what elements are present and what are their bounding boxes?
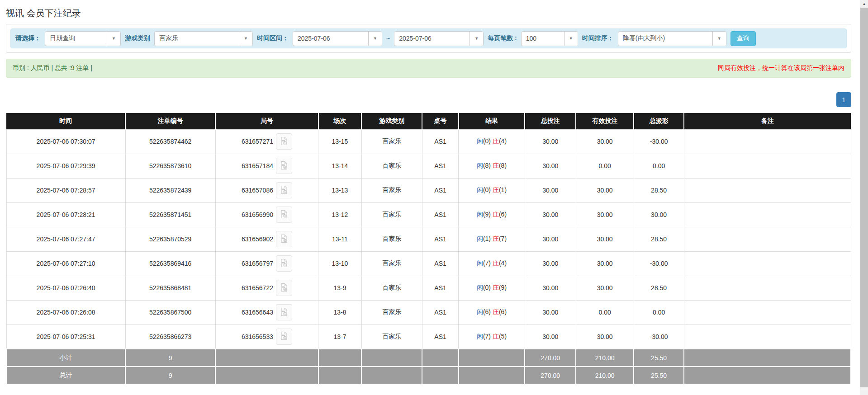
video-replay-button[interactable] xyxy=(276,280,292,296)
round-number: 631656722 xyxy=(242,284,273,292)
player-count: (8) xyxy=(483,162,491,169)
cell-remark xyxy=(684,300,851,324)
cell-total-bet[interactable]: 30.00 xyxy=(525,154,576,178)
date-to-select[interactable]: 2025-07-06 ▼ xyxy=(394,31,484,46)
column-header: 场次 xyxy=(318,113,361,129)
player-count: (0) xyxy=(483,186,491,193)
cell-total-bet[interactable]: 30.00 xyxy=(525,324,576,349)
banker-result: 庄 xyxy=(493,162,499,169)
player-count: (1) xyxy=(483,235,491,242)
player-count: (7) xyxy=(483,259,491,267)
cell-bet-id: 522635874462 xyxy=(125,129,215,154)
video-replay-button[interactable] xyxy=(276,207,292,223)
table-header-row: 时间注单编号局号场次游戏类别桌号结果总投注有效投注总派彩备注 xyxy=(6,113,851,129)
column-header: 桌号 xyxy=(422,113,458,129)
cell-bet-id: 522635866273 xyxy=(125,324,215,349)
date-from-select[interactable]: 2025-07-06 ▼ xyxy=(293,31,382,46)
cell-game-type: 百家乐 xyxy=(361,178,422,202)
per-page-label: 每页笔数 : xyxy=(488,34,517,42)
video-replay-button[interactable] xyxy=(276,329,292,345)
table-row: 2025-07-06 07:26:40 522635868481 6316567… xyxy=(6,276,851,300)
time-sort-label: 时间排序： xyxy=(582,34,614,42)
scrollbar-thumb[interactable] xyxy=(860,8,868,387)
table-row: 2025-07-06 07:28:57 522635872439 6316570… xyxy=(6,178,851,202)
cell-bet-id: 522635872439 xyxy=(125,178,215,202)
cell-bet-id: 522635871451 xyxy=(125,202,215,227)
cell-total-bet[interactable]: 30.00 xyxy=(525,276,576,300)
column-header: 时间 xyxy=(6,113,125,129)
summary-total-bet: 270.00 xyxy=(525,367,576,384)
chevron-down-icon: ▼ xyxy=(368,32,382,46)
cell-valid-bet: 30.00 xyxy=(576,227,634,251)
video-file-icon xyxy=(280,161,289,171)
cell-time: 2025-07-06 07:28:21 xyxy=(6,202,125,227)
time-sort-value: 降幂(由大到小) xyxy=(618,32,712,46)
video-replay-button[interactable] xyxy=(276,231,292,247)
player-count: (0) xyxy=(483,137,491,145)
cell-session: 13-11 xyxy=(318,227,361,251)
game-type-select[interactable]: 百家乐 ▼ xyxy=(154,31,253,46)
summary-label: 总计 xyxy=(6,367,125,384)
banker-result: 庄 xyxy=(493,259,499,267)
cell-round: 631657271 xyxy=(215,129,318,154)
pagination: 1 xyxy=(6,92,851,107)
cell-remark xyxy=(684,154,851,178)
cell-round: 631656902 xyxy=(215,227,318,251)
summary-payout: 25.50 xyxy=(634,349,684,367)
table-row: 2025-07-06 07:29:39 522635873610 6316571… xyxy=(6,154,851,178)
cell-payout: -30.00 xyxy=(634,251,684,276)
bet-records-table: 时间注单编号局号场次游戏类别桌号结果总投注有效投注总派彩备注 2025-07-0… xyxy=(6,113,851,385)
cell-game-type: 百家乐 xyxy=(361,202,422,227)
summary-empty-cell xyxy=(361,349,422,367)
video-replay-button[interactable] xyxy=(276,304,292,320)
cell-total-bet[interactable]: 30.00 xyxy=(525,178,576,202)
banker-count: (5) xyxy=(499,333,507,340)
banker-count: (6) xyxy=(499,308,507,315)
round-number: 631656990 xyxy=(242,211,273,218)
video-file-icon xyxy=(280,307,289,318)
video-file-icon xyxy=(280,331,289,342)
summary-empty-cell xyxy=(215,349,318,367)
cell-total-bet[interactable]: 30.00 xyxy=(525,227,576,251)
video-file-icon xyxy=(280,136,289,147)
cell-total-bet[interactable]: 30.00 xyxy=(525,202,576,227)
chevron-down-icon: ▼ xyxy=(564,32,578,46)
window-scrollbar[interactable]: ▲ xyxy=(860,0,868,395)
video-replay-button[interactable] xyxy=(276,133,292,150)
video-replay-button[interactable] xyxy=(276,255,292,272)
cell-time: 2025-07-06 07:26:40 xyxy=(6,276,125,300)
video-replay-button[interactable] xyxy=(276,182,292,198)
summary-total-bet: 270.00 xyxy=(525,349,576,367)
date-to-value: 2025-07-06 xyxy=(394,32,470,46)
scroll-up-icon[interactable]: ▲ xyxy=(860,0,868,8)
summary-row: 总计9270.00210.0025.50 xyxy=(6,367,851,384)
round-number: 631657271 xyxy=(242,138,273,145)
cell-total-bet[interactable]: 30.00 xyxy=(525,300,576,324)
banker-count: (8) xyxy=(499,162,507,169)
cell-valid-bet: 30.00 xyxy=(576,276,634,300)
banker-count: (1) xyxy=(499,186,507,193)
cell-round: 631656797 xyxy=(215,251,318,276)
search-button[interactable]: 查询 xyxy=(730,31,756,46)
cell-session: 13-13 xyxy=(318,178,361,202)
summary-label: 小计 xyxy=(6,349,125,367)
cell-total-bet[interactable]: 30.00 xyxy=(525,129,576,154)
date-from-value: 2025-07-06 xyxy=(293,32,368,46)
filter-panel: 请选择： 日期查询 ▼ 游戏类别 百家乐 ▼ 时间区间： 2025-07-06 … xyxy=(6,24,851,53)
cell-table-no: AS1 xyxy=(422,154,458,178)
video-replay-button[interactable] xyxy=(276,158,292,174)
cell-session: 13-12 xyxy=(318,202,361,227)
cell-session: 13-14 xyxy=(318,154,361,178)
player-result: 闲 xyxy=(477,211,483,218)
cell-game-type: 百家乐 xyxy=(361,251,422,276)
cell-payout: 30.00 xyxy=(634,202,684,227)
cell-total-bet[interactable]: 30.00 xyxy=(525,251,576,276)
cell-round: 631657086 xyxy=(215,178,318,202)
filter-bar: 请选择： 日期查询 ▼ 游戏类别 百家乐 ▼ 时间区间： 2025-07-06 … xyxy=(10,28,847,48)
query-mode-select[interactable]: 日期查询 ▼ xyxy=(45,31,121,46)
page-1-button[interactable]: 1 xyxy=(836,92,851,107)
select-mode-label: 请选择： xyxy=(15,34,41,42)
time-sort-select[interactable]: 降幂(由大到小) ▼ xyxy=(618,31,726,46)
per-page-select[interactable]: 100 ▼ xyxy=(521,31,578,46)
cell-table-no: AS1 xyxy=(422,251,458,276)
